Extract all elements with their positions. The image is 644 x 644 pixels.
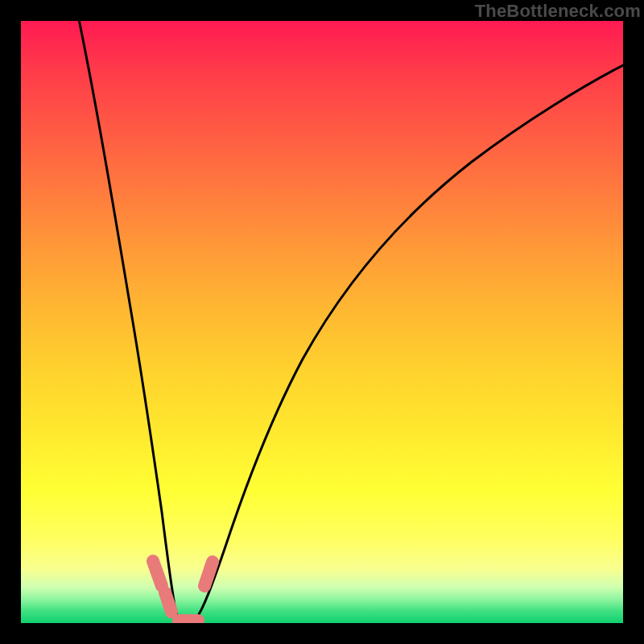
curve-right-branch [194, 65, 623, 621]
curve-layer [21, 21, 623, 623]
curve-left-branch [72, 21, 182, 621]
watermark-text: TheBottleneck.com [475, 1, 641, 22]
marker-right-upper [204, 562, 213, 586]
marker-left-upper [153, 561, 162, 586]
marker-left-lower [165, 592, 171, 612]
